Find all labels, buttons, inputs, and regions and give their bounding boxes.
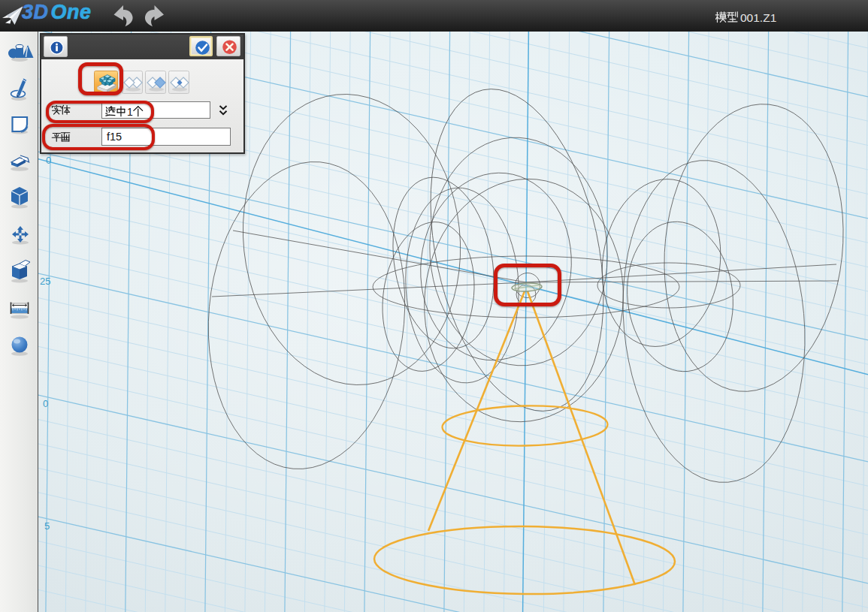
svg-text:001.Z1: 001.Z1 <box>740 11 776 24</box>
svg-text:0: 0 <box>46 155 51 166</box>
svg-text:0: 0 <box>43 398 48 409</box>
svg-text:5: 5 <box>44 520 50 532</box>
svg-text:25: 25 <box>40 276 50 287</box>
